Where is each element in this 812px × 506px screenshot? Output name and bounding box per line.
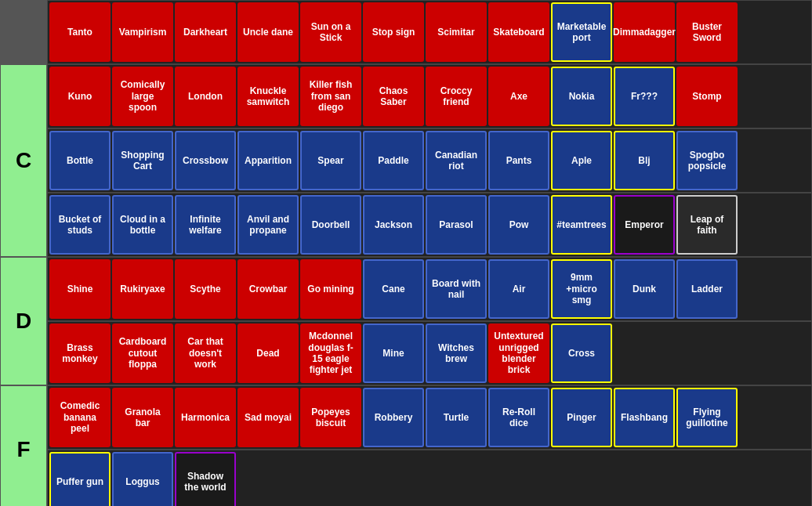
tier-item[interactable]: Bucket of studs	[49, 195, 111, 255]
tier-items-row-0: ShineRukiryaxeScytheCrowbarGo miningCane…	[47, 257, 812, 321]
tier-item[interactable]: Spear	[300, 131, 361, 190]
tier-item[interactable]: Knuckle samwitch	[237, 67, 299, 126]
tier-item[interactable]: Comedic banana peel	[49, 388, 111, 447]
tier-item[interactable]: Popeyes biscuit	[300, 388, 361, 447]
tier-item[interactable]: Killer fish from san diego	[300, 67, 361, 126]
tier-item[interactable]: Apparition	[237, 131, 299, 190]
tier-item[interactable]: Mcdonnel douglas f-15 eagle fighter jet	[300, 323, 361, 383]
tier-item[interactable]: Stop sign	[363, 2, 424, 62]
tier-item[interactable]: Emperor	[614, 195, 675, 255]
tier-item[interactable]: Parasol	[426, 195, 487, 255]
tier-item[interactable]: Cross	[551, 323, 612, 383]
tier-item[interactable]: Car that doesn't work	[175, 323, 236, 383]
tier-items: TantoVampirismDarkheartUncle daneSun on …	[47, 0, 812, 64]
tier-item[interactable]: Puffer gun	[49, 452, 111, 506]
tier-item[interactable]: Witches brew	[426, 323, 487, 383]
tier-item[interactable]: Ladder	[676, 259, 738, 319]
tier-item[interactable]: Go mining	[300, 259, 361, 319]
tier-item[interactable]: Spogbo popsicle	[676, 131, 738, 190]
tier-label-F: F	[0, 385, 47, 506]
tier-item[interactable]: Croccy friend	[426, 67, 487, 126]
tier-item[interactable]: Jackson	[363, 195, 424, 255]
tier-item[interactable]: Bottle	[49, 131, 111, 190]
tier-label-C: C	[0, 64, 47, 257]
tier-items-row-0: KunoComically large spoonLondonKnuckle s…	[47, 64, 812, 128]
tier-row-C: CKunoComically large spoonLondonKnuckle …	[0, 64, 812, 257]
tier-item[interactable]: Flashbang	[614, 388, 675, 447]
tier-item[interactable]: Leap of faith	[676, 195, 738, 255]
tier-item[interactable]: Rukiryaxe	[112, 259, 173, 319]
tier-item[interactable]: Sun on a Stick	[300, 2, 361, 62]
tier-item[interactable]: Paddle	[363, 131, 424, 190]
tier-item[interactable]: Harmonica	[175, 388, 236, 447]
tier-item[interactable]: Crowbar	[237, 259, 299, 319]
tier-item[interactable]: Comically large spoon	[112, 67, 173, 126]
tier-item[interactable]: Doorbell	[300, 195, 361, 255]
tier-item[interactable]: Loggus	[112, 452, 173, 506]
tier-item[interactable]: Scimitar	[426, 2, 487, 62]
tier-item[interactable]: Scythe	[175, 259, 236, 319]
tier-item[interactable]: Tanto	[49, 2, 111, 62]
tier-table: TantoVampirismDarkheartUncle daneSun on …	[0, 0, 812, 506]
tier-label-D: D	[0, 257, 47, 385]
tier-item[interactable]: Fr???	[614, 67, 675, 126]
tier-item[interactable]: Infinite welfare	[175, 195, 236, 255]
tier-item[interactable]: Mine	[363, 323, 424, 383]
tier-item[interactable]: Flying guillotine	[676, 388, 738, 447]
tier-item[interactable]: Turtle	[426, 388, 487, 447]
tier-item[interactable]: Pants	[488, 131, 549, 190]
tier-item[interactable]: Marketable port	[551, 2, 612, 62]
tier-item[interactable]: Cloud in a bottle	[112, 195, 173, 255]
tier-item[interactable]: Dunk	[614, 259, 675, 319]
tier-item[interactable]: Buster Sword	[676, 2, 738, 62]
tier-row-F: FComedic banana peelGranola barHarmonica…	[0, 385, 812, 506]
tier-item[interactable]: Canadian riot	[426, 131, 487, 190]
tier-items-row-0: Comedic banana peelGranola barHarmonicaS…	[47, 385, 812, 450]
tier-item[interactable]: Anvil and propane	[237, 195, 299, 255]
tier-item[interactable]: Darkheart	[175, 2, 236, 62]
tier-item[interactable]: Pow	[488, 195, 549, 255]
tier-item[interactable]: Air	[488, 259, 549, 319]
tier-item[interactable]: London	[175, 67, 236, 126]
tier-item[interactable]: Skateboard	[488, 2, 549, 62]
tier-item[interactable]: Dimmadagger	[614, 2, 675, 62]
tier-item[interactable]: Crossbow	[175, 131, 236, 190]
tier-item[interactable]: 9mm +micro smg	[551, 259, 612, 319]
tier-row-top: TantoVampirismDarkheartUncle daneSun on …	[0, 0, 812, 64]
tier-item[interactable]: Cardboard cutout floppa	[112, 323, 173, 383]
tier-item[interactable]: Blj	[614, 131, 675, 190]
tier-item[interactable]: Shadow the world	[175, 452, 236, 506]
tier-item[interactable]: Dead	[237, 323, 299, 383]
tier-item[interactable]: #teamtrees	[551, 195, 612, 255]
tier-rows-F: Comedic banana peelGranola barHarmonicaS…	[47, 385, 812, 506]
tier-items-row-2: Bucket of studsCloud in a bottleInfinite…	[47, 193, 812, 257]
tier-item[interactable]: Board with nail	[426, 259, 487, 319]
tier-item[interactable]: Granola bar	[112, 388, 173, 447]
tier-item[interactable]: Brass monkey	[49, 323, 111, 383]
tier-row-D: DShineRukiryaxeScytheCrowbarGo miningCan…	[0, 257, 812, 385]
tier-item[interactable]: Re-Roll dice	[488, 388, 549, 447]
tier-rows-D: ShineRukiryaxeScytheCrowbarGo miningCane…	[47, 257, 812, 385]
tier-item[interactable]: Kuno	[49, 67, 111, 126]
tier-rows-C: KunoComically large spoonLondonKnuckle s…	[47, 64, 812, 257]
tier-items-row-1: BottleShopping CartCrossbowApparitionSpe…	[47, 128, 812, 193]
tier-item[interactable]: Chaos Saber	[363, 67, 424, 126]
tier-label	[0, 0, 47, 64]
tier-item[interactable]: Stomp	[676, 67, 738, 126]
tier-item[interactable]: Uncle dane	[237, 2, 299, 62]
tier-items-row-1: Brass monkeyCardboard cutout floppaCar t…	[47, 321, 812, 385]
tier-item[interactable]: Vampirism	[112, 2, 173, 62]
tier-item[interactable]: Aple	[551, 131, 612, 190]
tier-items-row-1: Puffer gunLoggusShadow the world	[47, 450, 812, 506]
tier-item[interactable]: Shopping Cart	[112, 131, 173, 190]
tier-item[interactable]: Cane	[363, 259, 424, 319]
tier-item[interactable]: Nokia	[551, 67, 612, 126]
tier-item[interactable]: Untextured unrigged blender brick	[488, 323, 549, 383]
tier-item[interactable]: Axe	[488, 67, 549, 126]
tier-item[interactable]: Robbery	[363, 388, 424, 447]
tier-item[interactable]: Sad moyai	[237, 388, 299, 447]
tier-item[interactable]: Pinger	[551, 388, 612, 447]
tier-item[interactable]: Shine	[49, 259, 111, 319]
